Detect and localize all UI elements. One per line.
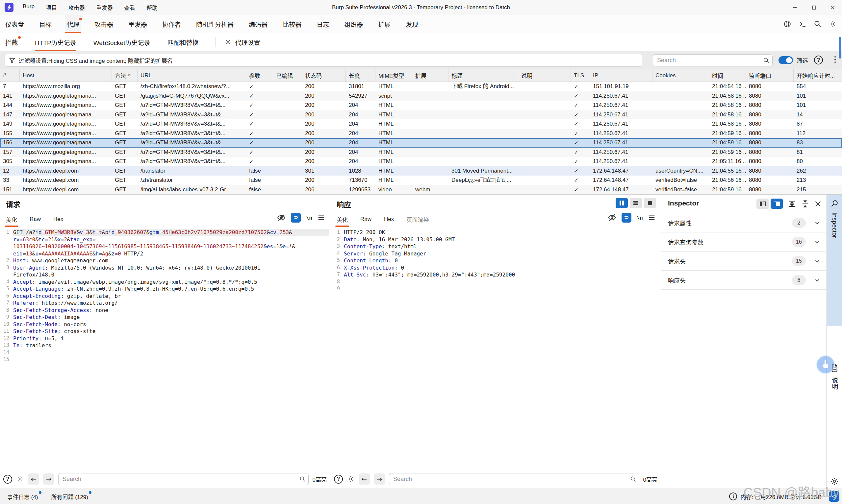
column-header-port[interactable]: 监听端口 — [746, 69, 794, 82]
column-header-mime[interactable]: MIME类型 — [375, 69, 412, 82]
search-icon[interactable] — [299, 476, 306, 482]
console-icon[interactable] — [799, 20, 806, 28]
sub-tab[interactable]: HTTP历史记录 — [35, 33, 76, 51]
eye-off-icon[interactable] — [608, 213, 616, 222]
column-header-title[interactable]: 标题 — [449, 69, 518, 82]
help-icon[interactable]: ? — [814, 56, 823, 65]
table-row[interactable]: 156https://www.googletagmana...GET/a?id=… — [0, 138, 842, 148]
hamburger-menu-icon[interactable] — [648, 214, 655, 221]
all-issues-button[interactable]: 所有问题 (129) — [51, 492, 88, 501]
expand-all-icon[interactable] — [788, 200, 796, 208]
more-menu-icon[interactable] — [835, 56, 836, 63]
search-icon[interactable] — [763, 57, 770, 64]
info-icon[interactable]: i — [729, 492, 737, 500]
column-header-ip[interactable]: IP — [590, 69, 652, 82]
menu-item-帮助[interactable]: 帮助 — [146, 3, 158, 12]
column-header-ext[interactable]: 扩展 — [412, 69, 449, 82]
prev-match-button[interactable]: ← — [28, 473, 39, 485]
table-row[interactable]: 33https://www.deepl.comGET/zh/translator… — [0, 176, 842, 185]
inspector-section[interactable]: 请求查询参数16 — [661, 232, 826, 252]
event-log-button[interactable]: 事件日志 (4) — [7, 492, 38, 501]
column-header-status[interactable]: 状态码 — [302, 69, 346, 82]
sub-tab[interactable]: WebSocket历史记录 — [93, 33, 151, 51]
request-tab[interactable]: Hex — [53, 212, 63, 227]
column-header-start[interactable]: 开始响应计时... — [794, 69, 842, 82]
filter-settings-bar[interactable]: 过滤器设置:Hiding CSS and image content; 隐藏指定… — [5, 54, 642, 67]
menu-item-Burp[interactable]: Burp — [23, 3, 35, 12]
search-icon[interactable] — [630, 476, 636, 482]
column-header-length[interactable]: 长度 — [346, 69, 375, 82]
single-layout-icon[interactable] — [644, 198, 656, 208]
menu-item-查看[interactable]: 查看 — [124, 3, 135, 12]
dock-left-icon[interactable] — [756, 199, 769, 209]
maximize-button[interactable] — [805, 0, 823, 15]
prev-match-button[interactable]: ← — [358, 473, 370, 485]
main-tab[interactable]: 随机性分析器 — [196, 15, 234, 33]
gear-icon[interactable] — [347, 475, 355, 483]
show-newlines-icon[interactable]: \n — [306, 215, 312, 221]
table-row[interactable]: 141https://www.googletagmana...GET/gtag/… — [0, 91, 842, 101]
word-wrap-icon[interactable] — [291, 213, 301, 222]
minimize-button[interactable] — [786, 0, 805, 15]
filter-toggle[interactable] — [778, 56, 793, 64]
table-row[interactable]: 305https://www.googletagmana...GET/a?id=… — [0, 157, 842, 166]
help-icon[interactable]: ? — [3, 475, 12, 484]
main-tab[interactable]: 比较器 — [283, 15, 301, 33]
eye-off-icon[interactable] — [277, 213, 286, 222]
sub-tab[interactable]: 匹配和替换 — [167, 33, 198, 51]
word-wrap-icon[interactable] — [621, 213, 631, 222]
close-button[interactable] — [823, 0, 842, 15]
show-newlines-icon[interactable]: \n — [637, 215, 643, 221]
inspector-section[interactable]: 请求属性2 — [661, 213, 826, 232]
main-tab[interactable]: 组织器 — [344, 15, 363, 33]
close-icon[interactable] — [814, 200, 822, 208]
column-header-method[interactable]: 方法^ — [112, 69, 138, 82]
main-tab[interactable]: 协作者 — [162, 15, 181, 33]
scrollbar-thumb[interactable] — [839, 37, 841, 58]
rows-layout-icon[interactable] — [630, 198, 642, 208]
response-tab[interactable]: 美化 — [337, 212, 348, 227]
columns-layout-icon[interactable] — [616, 198, 628, 208]
menu-item-项目[interactable]: 项目 — [46, 3, 57, 12]
side-tab-inspector[interactable]: Inspector — [827, 195, 842, 326]
response-tab[interactable]: 页面渲染 — [406, 212, 429, 227]
search-icon[interactable] — [814, 20, 822, 28]
response-tab[interactable]: Hex — [384, 212, 394, 227]
proxy-settings-button[interactable]: 代理设置 — [224, 38, 260, 47]
response-editor[interactable]: 1HTTP/2 200 OK2Date: Mon, 16 Mar 2026 13… — [331, 228, 660, 470]
request-search-input[interactable] — [58, 473, 309, 485]
column-header-edited[interactable]: 已编辑 — [273, 69, 302, 82]
column-header-params[interactable]: 参数 — [246, 69, 273, 82]
settings-gear-icon[interactable] — [829, 20, 837, 28]
main-tab[interactable]: 重发器 — [128, 15, 147, 33]
globe-icon[interactable] — [784, 20, 791, 28]
main-tab[interactable]: 扩展 — [378, 15, 390, 33]
column-header-cookies[interactable]: Cookies — [652, 69, 709, 82]
dock-right-icon[interactable] — [771, 199, 783, 209]
hamburger-menu-icon[interactable] — [317, 214, 325, 221]
column-header-time[interactable]: 时间 — [709, 69, 746, 82]
table-row[interactable]: 155https://www.googletagmana...GET/a?id=… — [0, 129, 842, 139]
column-header-url[interactable]: URL — [138, 69, 246, 82]
menu-item-攻击器[interactable]: 攻击器 — [68, 3, 85, 12]
inspector-section[interactable]: 响应头6 — [661, 271, 826, 290]
menu-item-重发器[interactable]: 重发器 — [96, 3, 113, 12]
history-search-input[interactable] — [653, 54, 773, 67]
table-row[interactable]: 149https://www.googletagmana...GET/a?id=… — [0, 119, 842, 129]
main-tab[interactable]: 攻击器 — [94, 15, 113, 33]
collapse-all-icon[interactable] — [801, 200, 809, 208]
response-search-input[interactable] — [389, 473, 639, 485]
sub-tab[interactable]: 拦截 — [5, 33, 18, 51]
table-row[interactable]: 12https://www.deepl.comGET/translatorfal… — [0, 166, 842, 176]
request-tab[interactable]: Raw — [30, 212, 41, 227]
gear-icon[interactable] — [16, 475, 24, 483]
response-tab[interactable]: Raw — [360, 212, 371, 227]
column-header-host[interactable]: Host — [20, 69, 112, 82]
main-tab[interactable]: 仪表盘 — [5, 15, 24, 33]
inspector-section[interactable]: 请求头15 — [661, 252, 826, 271]
main-tab[interactable]: 目标 — [39, 15, 52, 33]
next-match-button[interactable]: → — [374, 473, 385, 485]
table-row[interactable]: 151https://www.deepl.comGET/img/ai-labs/… — [0, 185, 842, 195]
table-row[interactable]: 147https://www.googletagmana...GET/a?id=… — [0, 110, 842, 120]
column-header-note[interactable]: 说明 — [518, 69, 571, 82]
